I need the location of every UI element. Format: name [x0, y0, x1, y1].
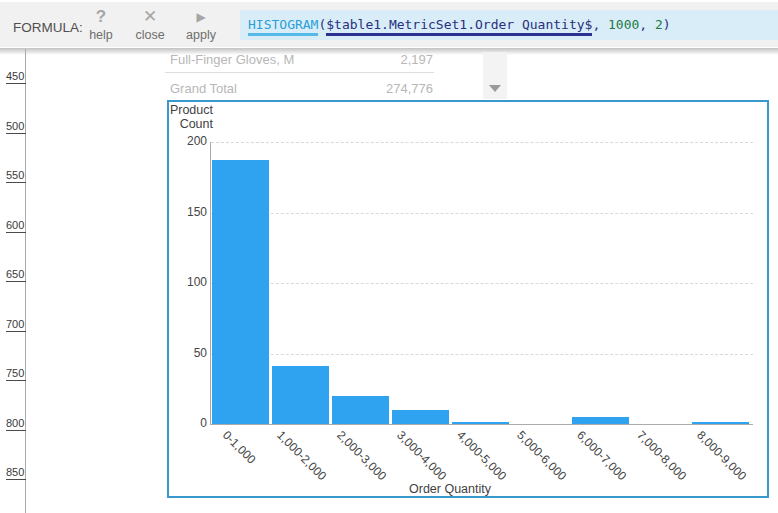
ruler-tick: 700 — [6, 317, 26, 332]
gridline — [211, 213, 753, 214]
chart-box[interactable]: Product Count Order Quantity 05010015020… — [167, 100, 769, 498]
ruler-tick: 550 — [6, 168, 26, 183]
apply-button[interactable]: ▶ apply — [178, 7, 224, 42]
y-tick-label: 100 — [169, 275, 207, 289]
formula-arg-bin-size: 1000 — [608, 17, 639, 32]
dropdown-arrow-icon[interactable] — [489, 85, 501, 92]
formula-toolbar: FORMULA: ? help ✕ close ▶ apply HISTOGRA… — [0, 0, 778, 47]
y-tick-label: 150 — [169, 205, 207, 219]
close-button[interactable]: ✕ close — [127, 7, 173, 42]
x-tick-label: 6,000-7,000 — [574, 428, 629, 483]
x-tick-label: 5,000-6,000 — [514, 428, 569, 483]
row-divider — [165, 72, 434, 73]
x-tick-label: 1,000-2,000 — [274, 428, 329, 483]
histogram-plot: Product Count Order Quantity 05010015020… — [169, 102, 767, 496]
ruler-tick: 800 — [6, 416, 26, 431]
histogram-bar[interactable] — [692, 422, 749, 424]
close-icon: ✕ — [127, 7, 173, 27]
formula-label: FORMULA: — [13, 20, 83, 35]
y-tick-label: 50 — [169, 346, 207, 360]
formula-comma-2: , — [639, 17, 655, 32]
histogram-bar[interactable] — [392, 410, 449, 424]
table-row-value-cell[interactable]: 2,197 — [336, 52, 433, 67]
table-row-product-cell[interactable]: Full-Finger Gloves, M — [170, 52, 294, 67]
ruler-tick: 450 — [6, 69, 26, 84]
ruler-tick: 750 — [6, 366, 26, 381]
formula-field-reference: $table1.MetricSet1.Order Quantity$ — [326, 17, 592, 36]
x-tick-label: 8,000-9,000 — [694, 428, 749, 483]
close-button-label: close — [127, 28, 173, 42]
ruler-tick: 600 — [6, 218, 26, 233]
formula-function: HISTOGRAM — [248, 17, 318, 36]
gridline — [211, 354, 753, 355]
histogram-bar[interactable] — [572, 417, 629, 424]
gridline — [211, 142, 753, 143]
ruler-tick: 500 — [6, 119, 26, 134]
x-tick-label: 0-1,000 — [220, 428, 259, 467]
help-button-label: help — [78, 28, 124, 42]
histogram-bar[interactable] — [452, 422, 509, 424]
histogram-bar[interactable] — [212, 160, 269, 424]
formula-comma-1: , — [592, 17, 608, 32]
grand-total-value-cell[interactable]: 274,776 — [336, 81, 433, 96]
y-tick-label: 0 — [169, 416, 207, 430]
formula-arg-precision: 2 — [655, 17, 663, 32]
x-tick-label: 4,000-5,000 — [454, 428, 509, 483]
y-tick-label: 200 — [169, 134, 207, 148]
designer-canvas: FORMULA: ? help ✕ close ▶ apply HISTOGRA… — [0, 0, 778, 513]
x-tick-label: 2,000-3,000 — [334, 428, 389, 483]
ruler-tick: 850 — [6, 465, 26, 480]
gridline — [211, 283, 753, 284]
x-axis-line — [210, 424, 753, 425]
formula-input[interactable]: HISTOGRAM($table1.MetricSet1.Order Quant… — [240, 10, 778, 40]
x-axis-title: Order Quantity — [300, 482, 600, 496]
apply-button-label: apply — [178, 28, 224, 42]
ruler-tick: 650 — [6, 267, 26, 282]
histogram-bar[interactable] — [332, 396, 389, 424]
help-button[interactable]: ? help — [78, 7, 124, 42]
formula-close-paren: ) — [663, 17, 671, 32]
histogram-bar[interactable] — [272, 366, 329, 424]
play-icon: ▶ — [178, 7, 224, 27]
x-tick-label: 3,000-4,000 — [394, 428, 449, 483]
grand-total-cell[interactable]: Grand Total — [170, 81, 237, 96]
x-tick-label: 7,000-8,000 — [634, 428, 689, 483]
help-icon: ? — [78, 7, 124, 27]
y-axis-title: Product Count — [167, 103, 213, 131]
